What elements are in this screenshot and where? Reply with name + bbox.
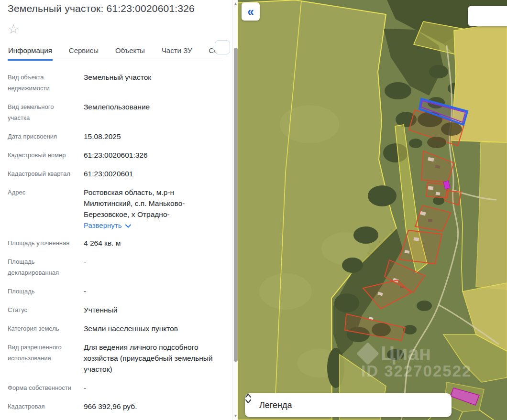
- legend-label: Легенда: [259, 400, 292, 410]
- field-row: Кадастровая 966 392,96 руб.: [8, 397, 223, 416]
- map-topright-panel[interactable]: [468, 6, 507, 26]
- field-row: Кадастровый номер 61:23:0020601:326: [8, 146, 223, 164]
- scrollbar-thumb[interactable]: [234, 48, 238, 362]
- field-label: Кадастровая: [8, 401, 84, 412]
- field-label: Площадь уточненная: [8, 237, 84, 248]
- field-row: Адрес Ростовская область, м.р-н Милютинс…: [8, 183, 223, 234]
- panel-tab[interactable]: Сервисы: [68, 42, 99, 61]
- satellite-map[interactable]: « Циан ID 322702522 Легенда: [238, 0, 507, 420]
- field-label: Адрес: [8, 187, 84, 230]
- field-label: Вид объекта недвижимости: [8, 72, 84, 94]
- field-label: Форма собственности: [8, 382, 84, 393]
- field-label: Площадь: [8, 286, 84, 297]
- panel-tab[interactable]: Информация: [8, 42, 53, 61]
- tab-label: Объекты: [115, 46, 145, 54]
- favorite-star-icon[interactable]: ☆: [8, 22, 22, 36]
- panel-tab[interactable]: Объекты: [115, 42, 145, 61]
- field-value: 966 392,96 руб.: [84, 401, 218, 412]
- field-value: Ростовская область, м.р-н Милютинский, с…: [84, 187, 218, 220]
- field-label: Площадь декларированная: [8, 256, 84, 278]
- field-value: -: [84, 382, 218, 393]
- panel-tab[interactable]: Части ЗУ: [161, 42, 193, 61]
- chevron-down-icon: [125, 224, 131, 228]
- field-value: -: [84, 286, 218, 297]
- tab-bar: ИнформацияСервисыОбъектыЧасти ЗУСостаГ: [8, 42, 223, 61]
- field-label: Дата присвоения: [8, 131, 84, 142]
- field-value: Для ведения личного подсобного хозяйства…: [84, 342, 218, 375]
- field-row: Категория земель Земли населенных пункто…: [8, 319, 223, 338]
- field-label: Вид земельного участка: [8, 101, 84, 123]
- field-label: Кадастровый номер: [8, 150, 84, 161]
- tab-label: Сервисы: [69, 46, 99, 54]
- field-row: Вид разрешенного использования Для веден…: [8, 338, 223, 378]
- field-value: 4 264 кв. м: [84, 237, 218, 248]
- field-label: Статус: [8, 304, 84, 315]
- field-value: 15.08.2025: [84, 131, 218, 142]
- field-row: Статус Учтенный: [8, 301, 223, 319]
- field-row: Вид земельного участка Землепользование: [8, 97, 223, 127]
- field-row: Кадастровый квартал 61:23:0020601: [8, 164, 223, 183]
- tab-label: Информация: [8, 46, 52, 54]
- field-label: Кадастровый квартал: [8, 168, 84, 179]
- field-value: 61:23:0020601:326: [84, 150, 218, 161]
- panel-scrollbar[interactable]: ▲ ▼: [232, 0, 238, 420]
- tab-scroll-button[interactable]: [215, 40, 230, 54]
- collapse-panel-button[interactable]: «: [242, 2, 260, 21]
- field-label: Категория земель: [8, 323, 84, 334]
- field-value: Учтенный: [84, 304, 218, 315]
- legend-toggle-bar[interactable]: Легенда: [245, 393, 452, 417]
- tab-label: Части ЗУ: [162, 46, 192, 54]
- page-title: Земельный участок: 61:23:0020601:326: [8, 2, 223, 15]
- field-row: Форма собственности -: [8, 378, 223, 397]
- parcel-info-panel: Земельный участок: 61:23:0020601:326 ☆ И…: [0, 0, 232, 420]
- map-canvas: [238, 0, 507, 420]
- field-value: -: [84, 256, 218, 267]
- expand-collapse-chevrons-icon: [245, 393, 252, 404]
- cadastral-map-app: Земельный участок: 61:23:0020601:326 ☆ И…: [0, 0, 507, 420]
- field-row: Площадь уточненная 4 264 кв. м: [8, 234, 223, 252]
- expand-address-link[interactable]: Развернуть: [84, 221, 131, 229]
- field-label: Вид разрешенного использования: [8, 342, 84, 375]
- field-list: Вид объекта недвижимости Земельный участ…: [8, 68, 223, 416]
- field-value: Землепользование: [84, 101, 218, 112]
- expand-link-label: Развернуть: [84, 221, 122, 229]
- field-row: Площадь -: [8, 282, 223, 301]
- field-value: Земельный участок: [84, 72, 218, 83]
- field-value: 61:23:0020601: [84, 168, 218, 179]
- field-row: Площадь декларированная -: [8, 252, 223, 282]
- field-row: Вид объекта недвижимости Земельный участ…: [8, 68, 223, 97]
- field-value: Земли населенных пунктов: [84, 323, 218, 334]
- field-row: Дата присвоения 15.08.2025: [8, 127, 223, 146]
